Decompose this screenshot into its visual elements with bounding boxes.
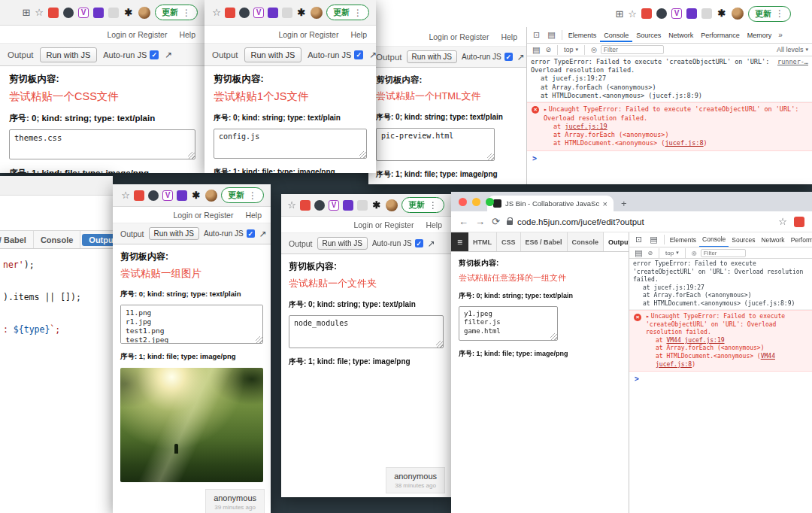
extension-icon-gray[interactable] xyxy=(357,200,368,211)
help-link[interactable]: Help xyxy=(501,32,517,41)
forward-icon[interactable] xyxy=(475,216,485,227)
extension-icon-asterisk[interactable] xyxy=(371,200,382,211)
extension-icon-red[interactable] xyxy=(134,190,144,201)
clip-textarea[interactable]: node_modules xyxy=(289,315,444,348)
console-prompt[interactable] xyxy=(527,151,812,165)
login-link[interactable]: Login or Register xyxy=(278,30,338,39)
console-filter-input[interactable] xyxy=(601,45,664,54)
extension-icon-red[interactable] xyxy=(300,200,311,211)
minimize-window-button[interactable] xyxy=(472,198,480,206)
url-field[interactable]: code.h5jun.com/jucef/edit?output xyxy=(507,217,771,226)
resize-grip[interactable] xyxy=(188,152,195,159)
expand-triangle-icon[interactable] xyxy=(646,313,650,320)
run-with-js-button[interactable]: Run with JS xyxy=(317,237,368,250)
menu-dots-icon[interactable] xyxy=(182,8,191,18)
extensions-icon[interactable] xyxy=(22,8,30,17)
live-expression-icon[interactable] xyxy=(692,250,697,256)
extension-icon-v[interactable] xyxy=(78,8,89,18)
menu-dots-icon[interactable] xyxy=(353,8,362,18)
devtools-tab-console[interactable]: Console xyxy=(699,232,729,247)
source-link[interactable]: runner-… xyxy=(777,58,808,66)
device-toolbar-icon[interactable] xyxy=(544,30,559,40)
extension-icon-purple[interactable] xyxy=(93,8,104,18)
popout-arrow-icon[interactable] xyxy=(259,229,267,239)
clear-console-icon[interactable] xyxy=(545,46,551,53)
extension-icon-purple[interactable] xyxy=(268,8,278,18)
autorun-toggle[interactable]: Auto-run JS xyxy=(462,53,513,61)
devtools-tab-console[interactable]: Console xyxy=(600,28,632,42)
stack-link[interactable]: jucef.js:8 xyxy=(665,139,703,147)
devtools-tab-performance[interactable]: Performance xyxy=(788,233,812,247)
autorun-toggle[interactable]: Auto-run JS xyxy=(308,50,363,59)
devtools-tab-elements[interactable]: Elements xyxy=(667,233,699,247)
inspect-element-icon[interactable] xyxy=(632,235,646,244)
devtools-tab-sources[interactable]: Sources xyxy=(632,28,665,42)
clear-console-icon[interactable] xyxy=(647,250,653,256)
resize-grip[interactable] xyxy=(436,341,443,348)
console-prompt[interactable] xyxy=(629,372,812,386)
profile-avatar[interactable] xyxy=(138,7,150,19)
stack-link[interactable]: VM44 jucef.js:19 xyxy=(666,337,724,344)
tab-html[interactable]: HTML xyxy=(468,232,497,251)
login-link[interactable]: Login or Register xyxy=(107,30,167,39)
checkbox-checked-icon[interactable] xyxy=(504,53,513,61)
tab-es6-babel[interactable]: ES6 / Babel xyxy=(0,231,34,248)
back-icon[interactable] xyxy=(459,216,468,227)
extension-icon-gray[interactable] xyxy=(701,8,712,19)
bookmark-star-icon[interactable] xyxy=(628,9,637,19)
live-expression-icon[interactable] xyxy=(591,46,597,53)
chrome-update-button[interactable]: 更新 xyxy=(155,5,198,20)
extension-icon-red[interactable] xyxy=(48,8,59,18)
extension-icon-globe[interactable] xyxy=(148,190,159,201)
login-link[interactable]: Login or Register xyxy=(173,211,233,220)
jsbin-logo-icon[interactable] xyxy=(451,232,468,251)
resize-grip[interactable] xyxy=(550,333,557,340)
zoom-window-button[interactable] xyxy=(486,198,494,206)
log-levels-dropdown[interactable]: All levels xyxy=(777,46,808,53)
bookmark-star-icon[interactable] xyxy=(35,8,44,17)
extension-icon-purple[interactable] xyxy=(686,8,697,19)
window-titlebar[interactable]: JS Bin - Collaborative JavaScri xyxy=(451,192,812,211)
clip-textarea[interactable]: config.js xyxy=(214,129,367,159)
extension-icon-red[interactable] xyxy=(641,8,652,19)
bookmark-star-icon[interactable] xyxy=(121,190,130,200)
close-window-button[interactable] xyxy=(459,198,467,206)
resize-grip[interactable] xyxy=(359,151,366,158)
profile-avatar[interactable] xyxy=(732,8,744,20)
browser-tab[interactable]: JS Bin - Collaborative JavaScri xyxy=(487,196,614,211)
extension-icon-asterisk[interactable] xyxy=(717,8,727,19)
devtools-tab-performance[interactable]: Performance xyxy=(697,28,744,42)
more-tabs-icon[interactable] xyxy=(775,31,786,39)
tab-console[interactable]: Console xyxy=(34,231,80,248)
extension-icon-gray[interactable] xyxy=(282,8,292,18)
resize-grip[interactable] xyxy=(256,336,262,343)
context-selector[interactable]: top xyxy=(564,46,578,53)
tab-es6-babel[interactable]: ES6 / Babel xyxy=(521,232,568,251)
popout-arrow-icon[interactable] xyxy=(517,52,525,62)
help-link[interactable]: Help xyxy=(350,30,367,39)
tab-output[interactable]: Output xyxy=(82,234,113,246)
devtools-tab-network[interactable]: Network xyxy=(758,233,787,247)
popout-arrow-icon[interactable] xyxy=(369,50,376,60)
code-editor[interactable]: ner'); ).items || []); : ${type}`; xyxy=(0,249,113,335)
extension-icon-asterisk[interactable] xyxy=(191,190,201,201)
console-sidebar-icon[interactable] xyxy=(531,45,541,55)
extension-icon-globe[interactable] xyxy=(656,8,667,19)
resize-grip[interactable] xyxy=(487,153,494,160)
tab-output[interactable]: Output xyxy=(604,232,629,251)
help-link[interactable]: Help xyxy=(426,220,442,229)
device-toolbar-icon[interactable] xyxy=(646,235,661,244)
profile-avatar[interactable] xyxy=(205,190,217,202)
bookmark-star-icon[interactable] xyxy=(287,200,296,210)
clip-textarea[interactable]: 11.png r1.jpg test1.png test2.jpeg xyxy=(120,305,263,344)
menu-dots-icon[interactable] xyxy=(429,200,438,211)
autorun-toggle[interactable]: Auto-run JS xyxy=(103,50,159,59)
clip-textarea[interactable]: themes.css xyxy=(9,129,195,159)
extension-icon-purple[interactable] xyxy=(177,190,187,201)
console-sidebar-icon[interactable] xyxy=(633,248,644,258)
run-with-js-button[interactable]: Run with JS xyxy=(149,227,199,240)
extension-icon-v[interactable] xyxy=(162,190,173,201)
run-with-js-button[interactable]: Run with JS xyxy=(40,47,98,62)
extension-icon-v[interactable] xyxy=(253,8,264,18)
extension-icon-globe[interactable] xyxy=(314,200,325,211)
